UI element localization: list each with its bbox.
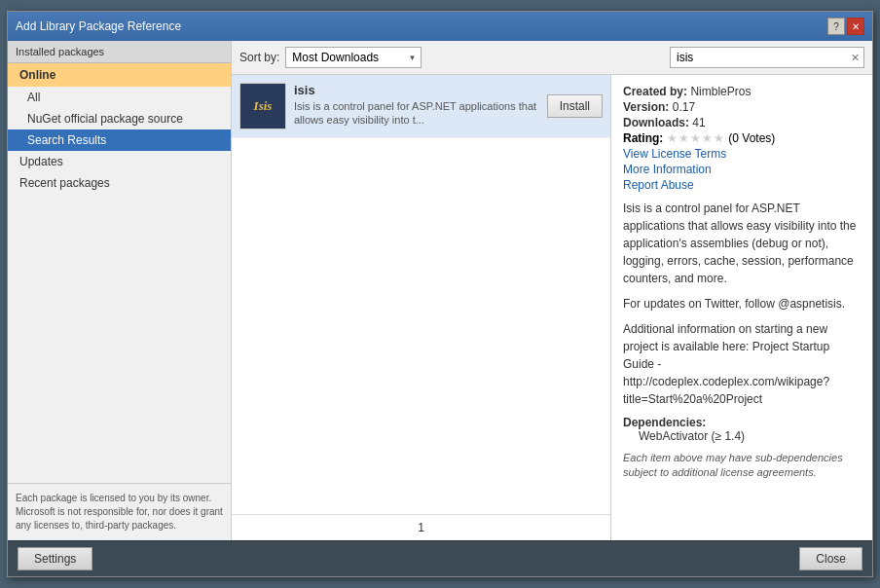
star-5: ★ — [714, 131, 724, 145]
downloads-field: Downloads: 41 — [623, 116, 861, 129]
settings-button[interactable]: Settings — [18, 547, 92, 570]
detail-panel: Created by: NimblePros Version: 0.17 Dow… — [611, 75, 872, 540]
sidebar-item-online[interactable]: Online — [8, 63, 231, 87]
package-list: Isis isis Isis is a control panel for AS… — [232, 75, 611, 540]
detail-description: Isis is a control panel for ASP.NET appl… — [623, 200, 861, 408]
bottom-bar: Settings Close — [8, 540, 872, 576]
report-abuse-link[interactable]: Report Abuse — [623, 178, 861, 192]
sort-by-label: Sort by: — [239, 51, 279, 64]
dialog-title: Add Library Package Reference — [16, 19, 181, 33]
detail-desc-para3: Additional information on starting a new… — [623, 320, 861, 408]
dialog-body: Installed packages Online All NuGet offi… — [8, 41, 872, 540]
page-number: 1 — [232, 514, 610, 540]
more-information-link[interactable]: More Information — [623, 163, 861, 176]
search-input[interactable] — [671, 48, 846, 67]
package-name: isis — [294, 83, 539, 97]
search-box: ✕ — [670, 47, 864, 68]
dependency-item: WebActivator (≥ 1.4) — [639, 429, 861, 443]
package-icon: Isis — [239, 83, 286, 129]
title-bar: Add Library Package Reference ? ✕ — [8, 12, 872, 41]
rating-votes: (0 Votes) — [728, 131, 775, 145]
detail-desc-para1: Isis is a control panel for ASP.NET appl… — [623, 200, 861, 287]
star-rating: ★ ★ ★ ★ ★ — [667, 131, 724, 145]
package-description: Isis is a control panel for ASP.NET appl… — [294, 99, 539, 128]
star-4: ★ — [702, 131, 713, 145]
sort-select[interactable]: Most Downloads Most Recent Highest Rated — [285, 47, 422, 68]
sidebar-installed-header: Installed packages — [8, 41, 231, 63]
main-content: Sort by: Most Downloads Most Recent High… — [232, 41, 872, 540]
title-bar-buttons: ? ✕ — [827, 18, 864, 35]
star-1: ★ — [667, 131, 678, 145]
view-license-link[interactable]: View License Terms — [623, 147, 861, 161]
detail-desc-para2: For updates on Twitter, follow @aspnetis… — [623, 295, 861, 312]
package-info: isis Isis is a control panel for ASP.NET… — [294, 83, 539, 128]
version-field: Version: 0.17 — [623, 100, 861, 114]
sidebar: Installed packages Online All NuGet offi… — [8, 41, 232, 540]
detail-note: Each item above may have sub-dependencie… — [623, 451, 861, 481]
window-close-button[interactable]: ✕ — [847, 18, 864, 35]
rating-field: Rating: ★ ★ ★ ★ ★ (0 Votes) — [623, 131, 861, 145]
sidebar-item-nuget[interactable]: NuGet official package source — [8, 108, 231, 129]
install-button[interactable]: Install — [547, 94, 603, 118]
search-clear-button[interactable]: ✕ — [846, 50, 863, 66]
sidebar-item-all[interactable]: All — [8, 87, 231, 108]
dependencies-label: Dependencies: — [623, 416, 706, 429]
toolbar: Sort by: Most Downloads Most Recent High… — [232, 41, 872, 75]
sidebar-item-updates[interactable]: Updates — [8, 151, 231, 172]
dialog-window: Add Library Package Reference ? ✕ Instal… — [7, 11, 873, 577]
package-icon-inner: Isis — [240, 84, 285, 129]
star-3: ★ — [690, 131, 701, 145]
created-by-field: Created by: NimblePros — [623, 85, 861, 98]
content-split: Isis isis Isis is a control panel for AS… — [232, 75, 872, 540]
sidebar-item-search-results[interactable]: Search Results — [8, 129, 231, 151]
sort-select-wrapper: Most Downloads Most Recent Highest Rated — [285, 47, 422, 68]
list-item[interactable]: Isis isis Isis is a control panel for AS… — [232, 75, 610, 138]
star-2: ★ — [678, 131, 689, 145]
help-button[interactable]: ? — [827, 18, 845, 35]
dependencies-section: Dependencies: WebActivator (≥ 1.4) — [623, 416, 861, 443]
sidebar-footer: Each package is licensed to you by its o… — [8, 483, 231, 540]
sidebar-item-recent[interactable]: Recent packages — [8, 172, 231, 194]
close-button[interactable]: Close — [799, 547, 862, 570]
